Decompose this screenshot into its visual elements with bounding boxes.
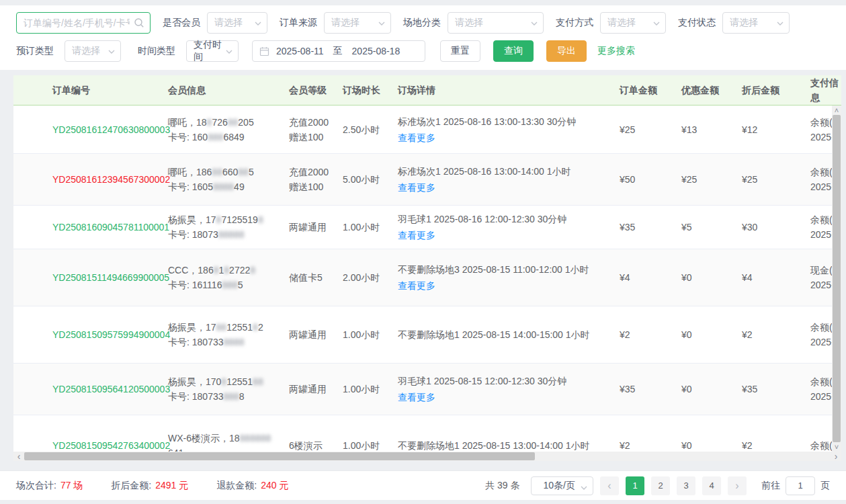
vertical-scroll-thumb[interactable] [833,115,841,442]
chevron-down-icon [777,20,784,27]
filter-row-1: 是否会员 请选择 订单来源 请选择 场地分类 请选择 支付方式 请选择 支付状态… [16,12,830,34]
page-size-select[interactable]: 10条/页 [531,476,593,495]
order-id[interactable]: YD25081511494669900005 [52,272,169,283]
member-level: 两罐通用 [284,220,337,235]
col-header-member-level: 会员等级 [284,83,337,97]
discount-amount: ¥0 [676,382,736,396]
scroll-down-icon[interactable]: ˅ [835,442,839,452]
view-more-link[interactable]: 查看更多 [398,228,435,243]
export-button[interactable]: 导出 [546,40,587,62]
booking-type-select[interactable]: 请选择 [65,40,121,62]
member-level: 充值2000赠送100 [284,165,337,194]
pay-method-label: 支付方式 [556,17,593,29]
final-amount: ¥12 [736,122,805,137]
chevron-down-icon [581,485,587,491]
goto-page-input[interactable] [786,476,815,495]
page-button-4[interactable]: 4 [702,476,721,495]
final-amount: ¥2 [736,438,805,453]
pay-method-select[interactable]: 请选择 [600,12,666,34]
page-button-1[interactable]: 1 [626,476,644,495]
venue-category-label: 场地分类 [403,17,441,29]
pay-status-select[interactable]: 请选择 [722,12,790,34]
duration: 2.00小时 [337,270,392,285]
order-amount: ¥35 [614,382,676,396]
table-row: YD25081609045781100001 杨振昊，17871255198卡号… [13,206,841,249]
table-row: YD25081612394567300002 哪吒，18688660885卡号:… [13,154,841,206]
time-type-select[interactable]: 支付时间 [186,40,239,62]
detail-cell: 不要删除场地1 2025-08-15 14:00-15:00 1小时 [392,327,614,342]
chevron-down-icon [255,20,261,27]
order-id[interactable]: YD25081612394567300002 [52,174,170,185]
page-button-3[interactable]: 3 [677,476,695,495]
detail-cell: 标准场次1 2025-08-16 13:00-13:30 30分钟 查看更多 [392,114,614,145]
member-level: 6楼演示 [284,438,337,453]
col-header-discount: 优惠金额 [676,83,736,97]
col-header-detail: 订场详情 [392,83,614,97]
final-amount: ¥30 [736,220,805,235]
detail-text: 羽毛球1 2025-08-15 12:00-12:30 30分钟 [398,374,614,388]
order-amount: ¥2 [614,327,676,342]
col-header-duration: 订场时长 [337,83,392,97]
member-level: 充值2000赠送100 [284,115,337,144]
detail-text: 不要删除场地1 2025-08-15 13:00-14:00 1小时 [398,438,614,453]
view-more-link[interactable]: 查看更多 [398,180,435,195]
total-count: 共 39 条 [485,480,519,492]
order-id[interactable]: YD25081509542763400002 [52,440,170,451]
detail-cell: 羽毛球1 2025-08-15 12:00-12:30 30分钟 查看更多 [392,374,614,405]
horizontal-scroll-thumb[interactable] [24,452,535,460]
detail-text: 羽毛球1 2025-08-16 12:00-12:30 30分钟 [398,212,614,226]
detail-text: 不要删除场地1 2025-08-15 14:00-15:00 1小时 [398,327,614,342]
summary-discounted-total: 折后金额:2491 元 [111,480,188,492]
scroll-left-icon[interactable]: ‹ [13,452,24,461]
duration: 5.00小时 [337,172,392,187]
duration: 1.00小时 [337,327,392,342]
date-separator: 至 [333,45,343,57]
date-start[interactable]: 2025-08-11 [276,46,324,56]
scroll-right-icon[interactable]: › [831,452,841,461]
col-header-order-id: 订单编号 [13,83,163,97]
chevron-down-icon [378,20,385,27]
order-amount: ¥25 [614,122,676,137]
pagination: 共 39 条 10条/页 ‹ 1 2 3 4 › 前往 页 [485,476,830,495]
date-range-picker[interactable]: 2025-08-11 至 2025-08-18 [252,40,425,62]
summary: 场次合计:77 场 折后金额:2491 元 退款金额:240 元 [16,480,316,492]
orders-table: 订单编号 会员信息 会员等级 订场时长 订场详情 订单金额 优惠金额 折后金额 … [13,75,841,461]
time-type-label: 时间类型 [138,45,175,57]
scroll-up-icon[interactable]: ˄ [835,106,839,115]
page-button-2[interactable]: 2 [651,476,670,495]
next-page-button[interactable]: › [728,476,747,495]
detail-cell: 羽毛球1 2025-08-16 12:00-12:30 30分钟 查看更多 [392,212,614,243]
chevron-down-icon [226,48,232,55]
order-amount: ¥4 [614,270,676,285]
member-info: 杨振昊，17881255182卡号: 1807338888 [163,320,284,349]
more-search-link[interactable]: 更多搜索 [597,45,635,57]
view-more-link[interactable]: 查看更多 [398,390,435,405]
col-header-member-info: 会员信息 [163,83,284,97]
order-id[interactable]: YD25081612470630800003 [52,124,170,135]
footer-bar: 场次合计:77 场 折后金额:2491 元 退款金额:240 元 共 39 条 … [0,470,846,500]
date-end[interactable]: 2025-08-18 [352,46,400,56]
detail-cell: 不要删除场地1 2025-08-15 13:00-14:00 1小时 [392,438,614,453]
horizontal-scrollbar[interactable]: ‹ › [13,452,841,461]
order-id[interactable]: YD25081509575994900004 [52,329,170,340]
final-amount: ¥2 [736,327,805,342]
order-id[interactable]: YD25081509564120500003 [52,384,170,394]
duration: 1.00小时 [337,382,392,396]
order-id[interactable]: YD25081609045781100001 [52,222,169,233]
query-button[interactable]: 查询 [493,40,534,62]
order-amount: ¥35 [614,220,676,235]
vertical-scrollbar[interactable]: ˄ ˅ [832,106,841,452]
prev-page-button[interactable]: ‹ [600,476,619,495]
search-input[interactable] [16,12,151,34]
discount-amount: ¥0 [676,327,736,342]
duration: 1.00小时 [337,220,392,235]
horizontal-scroll-track[interactable] [24,452,831,461]
view-more-link[interactable]: 查看更多 [398,278,435,293]
final-amount: ¥35 [736,382,805,396]
venue-category-select[interactable]: 请选择 [448,12,544,34]
col-header-amount: 订单金额 [614,83,676,97]
view-more-link[interactable]: 查看更多 [398,130,435,145]
reset-button[interactable]: 重置 [440,40,480,62]
member-filter-select[interactable]: 请选择 [207,12,267,34]
order-source-select[interactable]: 请选择 [324,12,391,34]
